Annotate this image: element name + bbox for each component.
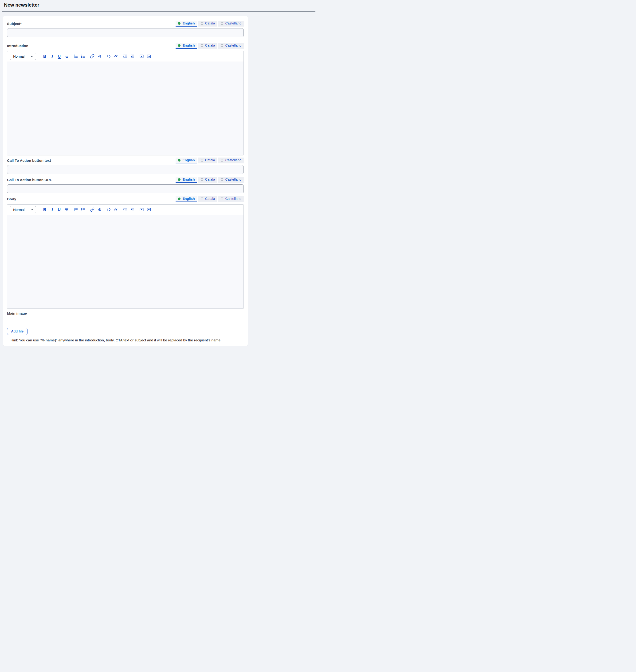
outdent-button[interactable] — [130, 207, 135, 213]
introduction-editor-toolbar: Normal B I U 123 — [7, 51, 243, 62]
link-icon — [90, 207, 95, 212]
newsletter-form-card: Subject* English Català Castellano Intro… — [3, 16, 248, 346]
unselected-radio-icon — [221, 159, 223, 161]
selected-radio-icon — [178, 197, 180, 200]
language-tab-catala[interactable]: Català — [198, 21, 217, 26]
selected-radio-icon — [178, 22, 180, 25]
language-tab-english[interactable]: English — [176, 43, 197, 49]
image-button[interactable] — [146, 54, 151, 59]
language-tab-catala[interactable]: Català — [198, 157, 217, 164]
language-tab-label: English — [182, 21, 195, 25]
language-tab-castellano[interactable]: Castellano — [218, 177, 244, 183]
blockquote-button[interactable]: “ — [113, 207, 118, 213]
italic-button[interactable]: I — [49, 207, 55, 213]
body-editor-area[interactable] — [7, 215, 243, 308]
bold-icon: B — [43, 54, 46, 59]
language-tab-castellano[interactable]: Castellano — [218, 157, 244, 164]
main-image-label: Main image — [7, 311, 244, 315]
introduction-editor-area[interactable] — [7, 62, 243, 155]
clean-format-icon — [97, 54, 102, 59]
blockquote-icon: “ — [114, 210, 118, 213]
ordered-list-button[interactable]: 123 — [73, 207, 78, 213]
svg-text:3: 3 — [74, 210, 75, 212]
link-button[interactable] — [90, 207, 95, 213]
image-icon — [147, 207, 151, 212]
wrap-text-button[interactable] — [64, 54, 69, 59]
underline-button[interactable]: U — [57, 54, 62, 59]
language-tab-english[interactable]: English — [176, 177, 197, 183]
bullet-list-button[interactable] — [80, 207, 85, 213]
svg-text:3: 3 — [74, 57, 75, 58]
unselected-radio-icon — [201, 159, 203, 161]
language-tab-english[interactable]: English — [176, 157, 197, 164]
video-icon — [139, 54, 144, 59]
unselected-radio-icon — [221, 197, 223, 200]
link-button[interactable] — [90, 54, 95, 59]
language-tab-label: English — [182, 197, 195, 200]
cta-url-input[interactable] — [7, 184, 244, 193]
cta-url-label: Call To Action button URL — [7, 178, 52, 182]
wrap-text-button[interactable] — [64, 207, 69, 213]
introduction-label: Introduction — [7, 44, 28, 48]
language-tab-english[interactable]: English — [176, 21, 197, 26]
language-tab-label: Català — [205, 43, 215, 47]
video-button[interactable] — [139, 207, 144, 213]
clean-format-button[interactable] — [97, 54, 102, 59]
bullet-list-button[interactable] — [80, 54, 85, 59]
ordered-list-icon: 123 — [74, 54, 78, 59]
blockquote-button[interactable]: “ — [113, 54, 118, 59]
language-tab-castellano[interactable]: Castellano — [218, 43, 244, 49]
video-button[interactable] — [139, 54, 144, 59]
introduction-editor: Normal B I U 123 — [7, 51, 244, 155]
outdent-button[interactable] — [130, 54, 135, 59]
italic-icon: I — [51, 54, 53, 59]
language-tab-label: Català — [205, 177, 215, 181]
add-file-button[interactable]: Add file — [7, 328, 27, 335]
body-field-row: Body English Català Castellano — [7, 196, 244, 202]
language-tab-english[interactable]: English — [176, 196, 197, 202]
bold-button[interactable]: B — [42, 207, 47, 213]
italic-button[interactable]: I — [49, 54, 55, 59]
language-tab-castellano[interactable]: Castellano — [218, 21, 244, 26]
language-tab-label: Català — [205, 158, 215, 162]
page-header: New newsletter — [0, 0, 318, 12]
underline-button[interactable]: U — [57, 207, 62, 213]
indent-button[interactable] — [122, 54, 127, 59]
cta-text-input[interactable] — [7, 165, 244, 174]
language-tab-catala[interactable]: Català — [198, 43, 217, 49]
clean-format-button[interactable] — [97, 207, 102, 213]
paragraph-format-select[interactable]: Normal — [9, 53, 36, 60]
video-icon — [139, 207, 144, 212]
bold-button[interactable]: B — [42, 54, 47, 59]
indent-button[interactable] — [122, 207, 127, 213]
paragraph-format-select[interactable]: Normal — [9, 206, 36, 213]
link-icon — [90, 54, 95, 59]
subject-label: Subject* — [7, 22, 22, 26]
unselected-radio-icon — [201, 197, 203, 200]
code-button[interactable] — [106, 207, 111, 213]
italic-icon: I — [51, 207, 53, 212]
outdent-icon — [130, 54, 135, 59]
language-tab-label: Castellano — [225, 177, 241, 181]
selected-radio-icon — [178, 159, 180, 161]
body-language-tabs: English Català Castellano — [176, 196, 244, 202]
language-tab-catala[interactable]: Català — [198, 177, 217, 183]
language-tab-label: English — [182, 43, 195, 47]
language-tab-castellano[interactable]: Castellano — [218, 196, 244, 202]
body-editor: Normal B I U 123 — [7, 204, 244, 309]
bullet-list-icon — [81, 207, 85, 212]
language-tab-label: English — [182, 158, 195, 162]
unselected-radio-icon — [221, 178, 223, 181]
body-editor-toolbar: Normal B I U 123 — [7, 205, 243, 215]
indent-icon — [123, 207, 127, 212]
cta-url-language-tabs: English Català Castellano — [176, 177, 244, 183]
image-button[interactable] — [146, 207, 151, 213]
code-button[interactable] — [106, 54, 111, 59]
language-tab-catala[interactable]: Català — [198, 196, 217, 202]
chevron-down-icon — [30, 55, 34, 58]
cta-text-field-row: Call To Action button text English Catal… — [7, 157, 244, 164]
subject-input[interactable] — [7, 28, 244, 37]
ordered-list-button[interactable]: 123 — [73, 54, 78, 59]
code-icon — [106, 54, 111, 59]
selected-radio-icon — [178, 44, 180, 47]
